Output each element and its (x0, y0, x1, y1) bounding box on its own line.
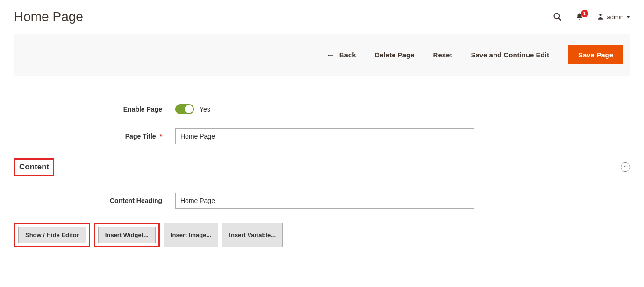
chevron-up-icon: ⌃ (623, 165, 627, 170)
toggle-knob (185, 105, 193, 113)
delete-page-button[interactable]: Delete Page (375, 51, 415, 59)
reset-button[interactable]: Reset (433, 51, 452, 59)
enable-page-label: Enable Page (14, 105, 175, 113)
content-form: Content Heading (0, 193, 644, 209)
page-title-label-text: Page Title (125, 133, 156, 140)
content-heading-label: Content Heading (14, 197, 175, 204)
page-title-input[interactable] (175, 128, 474, 144)
back-label: Back (339, 51, 356, 59)
content-heading-input[interactable] (175, 193, 474, 209)
back-button[interactable]: ← Back (326, 51, 356, 59)
content-section-header: Content ⌃ (14, 158, 630, 176)
caret-down-icon (626, 16, 630, 18)
notification-badge: 1 (581, 10, 588, 17)
search-icon[interactable] (553, 12, 562, 21)
page-header: Home Page 1 admin (0, 0, 644, 34)
save-page-button[interactable]: Save Page (568, 45, 623, 64)
insert-image-button[interactable]: Insert Image... (164, 223, 218, 247)
svg-line-1 (558, 18, 561, 21)
show-hide-highlight: Show / Hide Editor (14, 223, 90, 247)
page-title-field: Page Title * (14, 128, 630, 144)
content-section-highlight: Content (14, 158, 54, 176)
form-area: Enable Page Yes Page Title * (0, 76, 644, 144)
svg-point-2 (599, 14, 601, 16)
action-bar: ← Back Delete Page Reset Save and Contin… (14, 34, 630, 76)
header-actions: 1 admin (553, 12, 630, 21)
show-hide-editor-button[interactable]: Show / Hide Editor (18, 227, 86, 243)
notifications-button[interactable]: 1 (575, 13, 584, 21)
svg-point-0 (554, 14, 559, 19)
arrow-left-icon: ← (326, 51, 335, 59)
page-title: Home Page (14, 9, 83, 24)
enable-page-field: Enable Page Yes (14, 104, 630, 114)
required-asterisk: * (160, 133, 162, 140)
insert-widget-highlight: Insert Widget... (94, 223, 160, 247)
content-heading-field: Content Heading (14, 193, 630, 209)
insert-variable-button[interactable]: Insert Variable... (222, 223, 283, 247)
content-section-title[interactable]: Content (19, 162, 49, 171)
collapse-section-button[interactable]: ⌃ (621, 162, 630, 172)
editor-toolbar: Show / Hide Editor Insert Widget... Inse… (0, 223, 644, 247)
user-menu[interactable]: admin (597, 13, 630, 21)
user-icon (597, 13, 604, 21)
page-title-label: Page Title * (14, 133, 175, 140)
user-name: admin (607, 14, 623, 21)
enable-page-value: Yes (200, 105, 210, 113)
save-continue-button[interactable]: Save and Continue Edit (471, 51, 549, 59)
insert-widget-button[interactable]: Insert Widget... (98, 227, 156, 243)
enable-page-toggle[interactable] (175, 104, 194, 114)
